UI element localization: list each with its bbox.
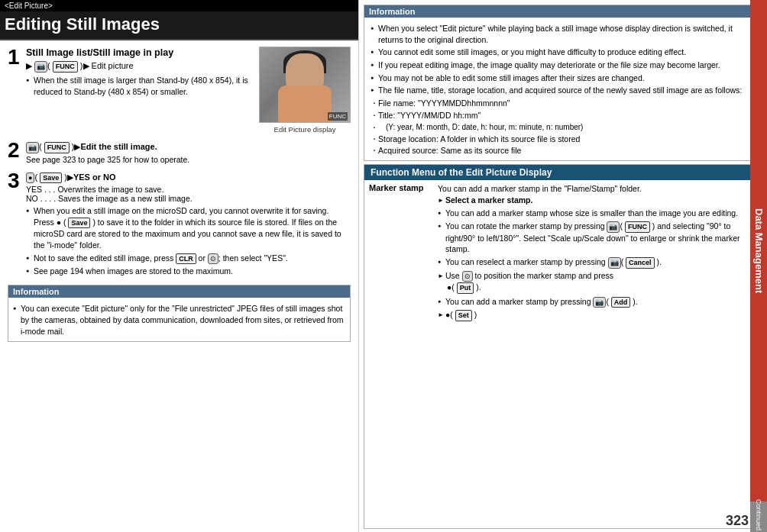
no-text: NO . . . . Saves the image as a new stil…: [26, 194, 351, 203]
continued-label: Continued↓: [750, 501, 767, 532]
step-3-bullet-3: See page 194 when images are stored to t…: [26, 266, 351, 277]
step-3-number: 3: [8, 170, 21, 192]
ms-line1: You can add a marker stamp in the "Flame…: [438, 183, 757, 195]
step-2-sub: See page 323 to page 325 for how to oper…: [26, 155, 351, 164]
step-2-number: 2: [8, 140, 21, 161]
clr-btn: CLR: [176, 253, 196, 265]
ms-add-icon: 📷: [593, 297, 606, 308]
edit-picture-photo: FUNC: [259, 47, 351, 123]
right-info-b1: When you select "Edit picture" while pla…: [371, 23, 756, 45]
left-panel: <Edit Picture> Editing Still Images 1 St…: [0, 0, 359, 532]
step-1-text: Still Image list/Still image in play ▶ 📷…: [26, 47, 259, 98]
step-3-content: ●( Save )▶YES or NO YES . . . Overwrites…: [26, 170, 351, 279]
right-indent-1: File name: "YYYYMMDDhhmmnnnn": [371, 98, 756, 109]
ms-b-add: You can add a marker stamp by pressing 📷…: [438, 296, 757, 308]
right-panel: Information When you select "Edit pictur…: [359, 0, 767, 532]
right-indent-3: (Y: year, M: month, D: date, h: hour, m:…: [371, 122, 756, 133]
right-info-b5: The file name, title, storage location, …: [371, 85, 756, 96]
save-btn-inline: Save: [68, 218, 90, 229]
step-3-icon: ●: [26, 172, 34, 184]
left-info-content: You can execute "Edit picture" only for …: [8, 298, 350, 341]
ms-bullets: You can add a marker stamp whose size is…: [438, 208, 757, 268]
step-2-icon: 📷: [26, 142, 39, 153]
step-1-layout: Still Image list/Still image in play ▶ 📷…: [26, 47, 351, 134]
dot-btn: ⊙: [208, 253, 218, 265]
ms-select: Select a marker stamp.: [438, 195, 757, 206]
right-info-header: Information: [364, 5, 762, 18]
step-3-bullet-2: Not to save the edited still image, pres…: [26, 253, 351, 265]
step-1-number: 1: [8, 47, 21, 68]
right-indent-5: Acquired source: Same as its source file: [371, 145, 756, 156]
func-menu-header: Function Menu of the Edit Picture Displa…: [364, 165, 762, 180]
ms-dir-icon: ⊙: [462, 271, 473, 282]
left-info-bullet-1: You can execute "Edit picture" only for …: [13, 303, 345, 337]
step-3-bullets: When you edit a still image on the micro…: [26, 205, 351, 277]
photo-caption: Edit Picture display: [274, 125, 336, 134]
marker-stamp-row: Marker stamp You can add a marker stamp …: [369, 183, 757, 321]
right-info-b3: If you repeat editing image, the image q…: [371, 60, 756, 71]
ms-func-icon: 📷: [607, 221, 620, 233]
func-menu-content: Marker stamp You can add a marker stamp …: [364, 180, 762, 327]
ms-set: ●( Set ): [438, 309, 757, 321]
ms-set-btn: Set: [455, 310, 472, 321]
step-1-title: Still Image list/Still image in play: [26, 47, 254, 59]
step-3-instruction: ●( Save )▶YES or NO: [26, 172, 351, 184]
breadcrumb: <Edit Picture>: [0, 0, 358, 11]
step-3: 3 ●( Save )▶YES or NO YES . . . Overwrit…: [8, 170, 351, 279]
step-1-content: Still Image list/Still image in play ▶ 📷…: [26, 47, 351, 134]
page-title: Editing Still Images: [0, 11, 358, 40]
right-info-content: When you select "Edit picture" while pla…: [364, 18, 762, 160]
ms-b3: You can reselect a marker stamp by press…: [438, 256, 757, 269]
ms-b2: You can rotate the marker stamp by press…: [438, 221, 757, 255]
right-info-box: Information When you select "Edit pictur…: [364, 5, 762, 161]
page-number: 323: [726, 513, 749, 529]
step-2-content: 📷( FUNC )▶Edit the still image. See page…: [26, 140, 351, 164]
ms-func-btn: FUNC: [625, 221, 650, 233]
left-content: 1 Still Image list/Still image in play ▶…: [0, 40, 358, 532]
right-indent-4: Storage location: A folder in which its …: [371, 134, 756, 145]
func-menu-box: Function Menu of the Edit Picture Displa…: [364, 164, 762, 529]
right-info-bullets: When you select "Edit picture" while pla…: [371, 23, 756, 96]
step-1: 1 Still Image list/Still image in play ▶…: [8, 47, 351, 134]
step-3-bullet-1: When you edit a still image on the micro…: [26, 205, 351, 251]
photo-placeholder: [260, 47, 350, 122]
func-overlay-label: FUNC: [328, 112, 348, 121]
left-info-bullets: You can execute "Edit picture" only for …: [13, 303, 345, 337]
ms-cancel-btn: Cancel: [626, 257, 655, 269]
step-1-bullet-1: When the still image is larger than Stan…: [26, 75, 254, 97]
ms-put-line: ●( Put ).: [438, 282, 757, 294]
step-2-func: FUNC: [44, 142, 70, 153]
ms-b1: You can add a marker stamp whose size is…: [438, 208, 757, 219]
step-3-save: Save: [40, 172, 62, 184]
step-2: 2 📷( FUNC )▶Edit the still image. See pa…: [8, 140, 351, 164]
marker-stamp-def: You can add a marker stamp in the "Flame…: [438, 183, 757, 321]
func-icon-btn: 📷: [34, 61, 47, 73]
ms-put-btn: Put: [457, 282, 474, 294]
func-label-btn: FUNC: [53, 61, 78, 73]
right-info-indent: File name: "YYYYMMDDhhmmnnnn" Title: "YY…: [371, 98, 756, 156]
right-info-b4: You may not be able to edit some still i…: [371, 73, 756, 84]
ms-add-btn: Add: [611, 297, 631, 308]
step-1-bullets: When the still image is larger than Stan…: [26, 75, 254, 97]
left-info-header: Information: [8, 285, 350, 298]
left-info-box: Information You can execute "Edit pictur…: [8, 285, 351, 342]
marker-stamp-term: Marker stamp: [369, 183, 438, 192]
step-1-instruction: ▶ 📷( FUNC )▶ Edit picture: [26, 60, 254, 73]
ms-use: Use ⊙ to position the marker stamp and p…: [438, 270, 757, 282]
right-indent-2: Title: "YYYY/MM/DD hh:mm": [371, 110, 756, 121]
ms-cancel-icon: 📷: [608, 257, 621, 269]
step-2-instruction: 📷( FUNC )▶Edit the still image.: [26, 141, 351, 153]
ms-add-bullets: You can add a marker stamp by pressing 📷…: [438, 296, 757, 308]
yes-text: YES . . . Overwrites the image to save.: [26, 185, 351, 194]
right-info-b2: You cannot edit some still images, or yo…: [371, 47, 756, 58]
data-management-label: Data Management: [750, 0, 767, 501]
